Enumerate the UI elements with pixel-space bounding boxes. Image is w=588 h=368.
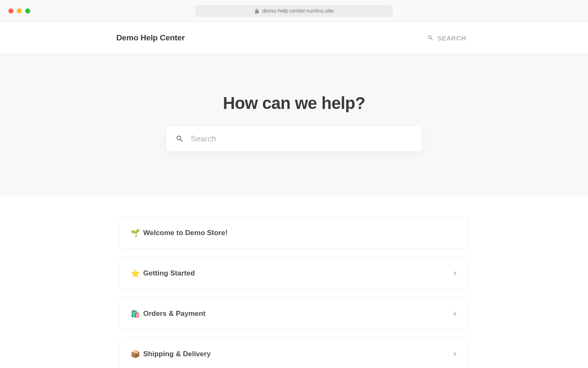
minimize-window-button[interactable] bbox=[17, 8, 22, 13]
category-card-orders-payment[interactable]: 🛍️ Orders & Payment bbox=[119, 297, 469, 330]
lock-icon bbox=[255, 8, 259, 13]
card-title: Welcome to Demo Store! bbox=[143, 229, 228, 237]
package-icon: 📦 bbox=[131, 349, 140, 359]
category-card-shipping-delivery[interactable]: 📦 Shipping & Delivery bbox=[119, 338, 469, 368]
seedling-icon: 🌱 bbox=[131, 228, 140, 238]
category-card-getting-started[interactable]: ⭐ Getting Started bbox=[119, 257, 469, 289]
browser-chrome: demo-help-center.nuclino.site bbox=[0, 0, 588, 22]
search-icon bbox=[427, 34, 434, 41]
url-text: demo-help-center.nuclino.site bbox=[262, 8, 334, 14]
category-list: 🌱 Welcome to Demo Store! ⭐ Getting Start… bbox=[0, 196, 588, 368]
maximize-window-button[interactable] bbox=[25, 8, 30, 13]
search-button[interactable]: SEARCH bbox=[427, 34, 466, 42]
shopping-bags-icon: 🛍️ bbox=[131, 309, 140, 318]
card-content: 🛍️ Orders & Payment bbox=[131, 309, 205, 318]
close-window-button[interactable] bbox=[8, 8, 13, 13]
chevron-right-icon bbox=[453, 311, 457, 317]
hero-search-input[interactable] bbox=[191, 134, 412, 143]
card-title: Getting Started bbox=[143, 269, 195, 278]
site-title[interactable]: Demo Help Center bbox=[116, 33, 185, 42]
hero-title: How can we help? bbox=[223, 94, 365, 113]
card-title: Shipping & Delivery bbox=[143, 350, 211, 358]
star-icon: ⭐ bbox=[131, 269, 140, 278]
window-controls bbox=[8, 8, 30, 13]
search-icon bbox=[176, 135, 184, 143]
site-header: Demo Help Center SEARCH bbox=[0, 22, 588, 54]
url-bar[interactable]: demo-help-center.nuclino.site bbox=[195, 5, 393, 17]
hero-search-box[interactable] bbox=[166, 126, 422, 151]
card-content: 🌱 Welcome to Demo Store! bbox=[131, 228, 228, 238]
card-content: ⭐ Getting Started bbox=[131, 269, 195, 278]
chevron-right-icon bbox=[453, 270, 457, 276]
card-content: 📦 Shipping & Delivery bbox=[131, 349, 211, 359]
hero-section: How can we help? bbox=[0, 54, 588, 196]
card-title: Orders & Payment bbox=[143, 310, 205, 318]
category-card-welcome[interactable]: 🌱 Welcome to Demo Store! bbox=[119, 217, 469, 249]
chevron-right-icon bbox=[453, 351, 457, 357]
search-button-label: SEARCH bbox=[437, 34, 466, 42]
